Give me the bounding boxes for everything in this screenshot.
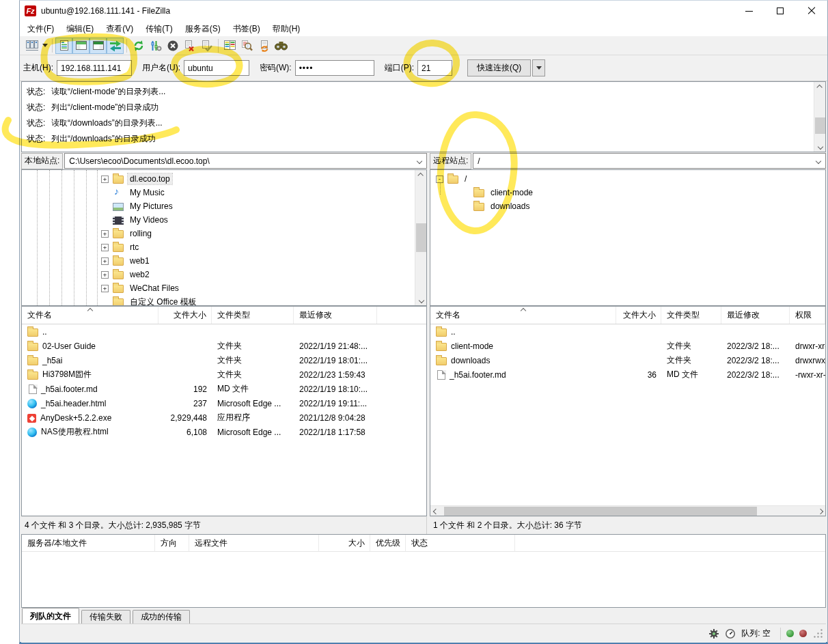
file-row[interactable]: Hi3798M固件 文件夹 2022/1/23 1:59:43	[22, 367, 426, 382]
cancel-operation-button[interactable]	[164, 38, 181, 54]
maximize-button[interactable]	[764, 1, 796, 21]
refresh-button[interactable]	[130, 38, 147, 54]
site-manager-dropdown[interactable]	[40, 38, 49, 54]
file-row[interactable]: ..	[22, 324, 426, 339]
tree-item-label: My Music	[128, 187, 167, 198]
scroll-up-arrow[interactable]	[814, 82, 826, 92]
process-queue-button[interactable]	[147, 38, 164, 54]
queue-tab[interactable]: 传输失败	[81, 610, 130, 624]
tree-expander[interactable]: -	[436, 176, 443, 183]
toggle-transfer-queue-button[interactable]	[107, 38, 124, 54]
tree-item[interactable]: + web2	[22, 268, 426, 281]
port-input[interactable]	[417, 60, 452, 76]
file-row[interactable]: _h5ai 文件夹 2022/1/19 18:01:...	[22, 353, 426, 367]
file-row[interactable]: 02-User Guide 文件夹 2022/1/19 21:48:...	[22, 339, 426, 353]
queue-column-header[interactable]: 大小	[319, 535, 370, 551]
file-name-cell: _h5ai.footer.md	[430, 367, 616, 382]
queue-column-header[interactable]: 优先级	[370, 535, 406, 551]
password-input[interactable]	[295, 60, 374, 76]
column-header[interactable]: 文件名	[430, 307, 616, 324]
file-row[interactable]: _h5ai.footer.md 192 MD 文件 2022/1/19 18:1…	[22, 382, 426, 396]
tree-item-icon	[113, 176, 124, 184]
file-name-cell: downloads	[430, 353, 616, 367]
tree-item[interactable]: - /	[430, 172, 825, 186]
local-path-combobox[interactable]: C:\Users\ecoo\Documents\dl.ecoo.top\	[64, 153, 427, 169]
tree-item[interactable]: + dl.ecoo.top	[22, 172, 426, 186]
scroll-left-arrow[interactable]	[430, 506, 441, 516]
tree-item[interactable]: + rtc	[22, 240, 426, 254]
column-header[interactable]: 最近修改	[721, 307, 790, 324]
file-row[interactable]: _h5ai.footer.md 36 MD 文件 2022/3/2 18:...…	[430, 367, 825, 382]
username-input[interactable]	[184, 60, 249, 76]
scroll-down-arrow[interactable]	[814, 141, 826, 152]
menu-item[interactable]: 书签(B)	[227, 21, 266, 37]
file-row[interactable]: downloads 文件夹 2022/3/2 18:... drwxrwxrwx	[430, 353, 825, 367]
speed-limits-icon[interactable]	[725, 628, 736, 639]
tree-item[interactable]: downloads	[430, 199, 825, 213]
remote-path-combobox[interactable]: /	[473, 153, 826, 169]
log-prefix: 状态:	[27, 86, 51, 98]
quickconnect-dropdown[interactable]	[532, 59, 545, 76]
log-scrollbar[interactable]	[814, 82, 825, 152]
find-files-button[interactable]	[238, 38, 256, 54]
file-row[interactable]: _h5ai.header.html 237 Microsoft Edge ...…	[22, 396, 426, 410]
toggle-remote-tree-button[interactable]	[89, 38, 107, 54]
file-row[interactable]: AnyDesk+5.2.2.exe 2,929,448 应用程序 2021/12…	[22, 410, 426, 425]
tree-item[interactable]: 自定义 Office 模板	[22, 295, 426, 306]
tree-expander[interactable]: +	[101, 285, 109, 292]
menu-item[interactable]: 查看(V)	[100, 21, 139, 37]
tree-item[interactable]: + WeChat Files	[22, 281, 426, 295]
file-search-button[interactable]	[273, 38, 290, 54]
host-input[interactable]	[57, 60, 132, 76]
menu-item[interactable]: 传输(T)	[139, 21, 178, 37]
tree-item[interactable]: My Music	[22, 186, 426, 199]
transfer-mode-gear-icon[interactable]	[708, 628, 719, 639]
queue-tab[interactable]: 成功的传输	[133, 610, 190, 624]
tree-expander[interactable]: +	[101, 244, 109, 251]
menu-item[interactable]: 文件(F)	[21, 21, 60, 37]
disconnect-button[interactable]	[181, 38, 198, 54]
scrollbar-thumb[interactable]	[444, 507, 757, 516]
tree-expander[interactable]: +	[101, 257, 109, 265]
tree-expander[interactable]: +	[101, 176, 109, 183]
column-header-label: 文件大小	[623, 309, 656, 321]
queue-column-header[interactable]: 状态	[406, 535, 515, 551]
queue-column-header[interactable]: 远程文件	[189, 535, 319, 551]
queue-column-header[interactable]: 服务器/本地文件	[22, 535, 155, 551]
tree-item[interactable]: + rolling	[22, 227, 426, 240]
toggle-local-tree-button[interactable]	[72, 38, 89, 54]
quickconnect-button[interactable]: 快速连接(Q)	[467, 59, 531, 76]
reconnect-button[interactable]	[198, 38, 215, 54]
file-row[interactable]: NAS使用教程.html 6,108 Microsoft Edge ... 20…	[22, 425, 426, 439]
file-row[interactable]: ..	[430, 324, 825, 339]
directory-comparison-button[interactable]	[221, 38, 238, 54]
scroll-right-arrow[interactable]	[815, 506, 825, 516]
menu-item[interactable]: 服务器(S)	[179, 21, 227, 37]
column-header[interactable]: 文件大小	[616, 307, 661, 324]
menu-item[interactable]: 帮助(H)	[266, 21, 307, 37]
menu-item[interactable]: 编辑(E)	[60, 21, 100, 37]
resize-grip[interactable]	[814, 629, 823, 639]
site-manager-button[interactable]	[23, 38, 40, 54]
minimize-button[interactable]	[733, 1, 764, 21]
column-header[interactable]: 文件大小	[158, 307, 212, 324]
tree-expander[interactable]: +	[101, 230, 109, 238]
column-header[interactable]: 文件类型	[661, 307, 721, 324]
queue-tab[interactable]: 列队的文件	[22, 608, 79, 624]
toggle-message-log-button[interactable]	[55, 38, 72, 54]
column-header[interactable]: 文件类型	[212, 307, 294, 324]
tree-item[interactable]: My Videos	[22, 213, 426, 227]
close-button[interactable]	[796, 1, 827, 21]
tree-item[interactable]: client-mode	[430, 186, 825, 199]
queue-column-header[interactable]: 方向	[155, 535, 189, 551]
synchronized-browsing-button[interactable]	[256, 38, 273, 54]
remote-list-hscrollbar[interactable]	[430, 505, 825, 516]
column-header[interactable]: 最近修改	[294, 307, 377, 324]
tree-expander[interactable]: +	[101, 271, 109, 279]
scrollbar-thumb[interactable]	[815, 117, 825, 134]
file-row[interactable]: client-mode 文件夹 2022/3/2 18:... drwxr-xr…	[430, 339, 825, 353]
tree-item[interactable]: + web1	[22, 254, 426, 268]
tree-item[interactable]: My Pictures	[22, 199, 426, 213]
column-header[interactable]: 文件名	[22, 307, 158, 324]
column-header[interactable]: 权限	[790, 307, 825, 324]
